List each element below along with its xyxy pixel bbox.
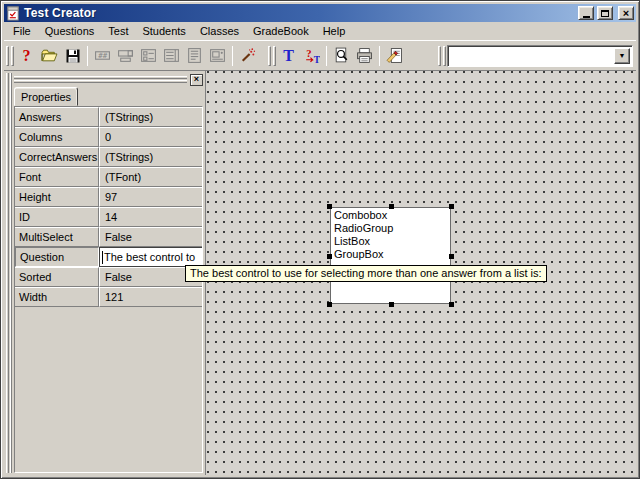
listbox-item[interactable]: RadioGroup [334, 222, 450, 235]
property-row-correctanswers: CorrectAnswers (TStrings) [15, 147, 202, 167]
print-icon [356, 47, 373, 64]
property-value[interactable]: (TStrings) [99, 147, 202, 167]
property-value[interactable]: (TFont) [99, 167, 202, 187]
property-name[interactable]: MultiSelect [15, 227, 99, 247]
combobox-value[interactable] [451, 49, 614, 63]
property-value[interactable]: 121 [99, 287, 202, 307]
property-name[interactable]: Font [15, 167, 99, 187]
properties-panel: × Properties Answers (TStrings) Columns … [13, 71, 205, 475]
property-name[interactable]: Sorted [15, 267, 99, 287]
tab-properties[interactable]: Properties [14, 87, 78, 106]
wizard-button[interactable] [236, 45, 259, 67]
minimize-button[interactable] [578, 6, 594, 20]
maximize-icon [601, 10, 609, 17]
add-question-button[interactable]: ? T [300, 45, 323, 67]
menubar: File Questions Test Students Classes Gra… [4, 22, 636, 40]
maximize-button[interactable] [597, 6, 613, 20]
grade-test-icon [386, 47, 403, 64]
property-name[interactable]: Columns [15, 127, 99, 147]
print-preview-button[interactable] [330, 45, 353, 67]
menu-item-gradebook[interactable]: GradeBook [246, 23, 316, 40]
close-button[interactable]: × [618, 6, 634, 20]
open-button[interactable] [38, 45, 61, 67]
listbox-field-icon [163, 47, 180, 64]
toolbar-separator [379, 46, 380, 66]
titlebar[interactable]: Test Creator × [4, 4, 636, 22]
property-name[interactable]: Height [15, 187, 99, 207]
resize-handle-bottom-left[interactable] [327, 302, 332, 307]
property-value[interactable]: 14 [99, 207, 202, 227]
property-value[interactable]: 0 [99, 127, 202, 147]
open-folder-icon [41, 47, 58, 64]
panel-drag-grip[interactable] [14, 76, 187, 83]
menu-item-file[interactable]: File [6, 23, 38, 40]
picture-field-icon [209, 47, 226, 64]
property-grid: Answers (TStrings) Columns 0 CorrectAnsw… [14, 106, 203, 473]
question-value-editor[interactable]: The best control to [99, 247, 202, 267]
svg-text:?: ? [306, 48, 311, 59]
chevron-down-icon: ▼ [619, 52, 626, 59]
svg-text:T: T [314, 54, 320, 64]
save-button[interactable] [61, 45, 84, 67]
property-value[interactable]: (TStrings) [99, 107, 202, 127]
property-name[interactable]: ID [15, 207, 99, 227]
font-button[interactable]: T [277, 45, 300, 67]
numeric-field-button-disabled: ## [91, 45, 114, 67]
listbox-item[interactable]: ListBox [334, 235, 450, 248]
checklist-icon [140, 47, 157, 64]
property-name[interactable]: CorrectAnswers [15, 147, 99, 167]
grade-test-button[interactable] [383, 45, 406, 67]
print-button[interactable] [353, 45, 376, 67]
close-icon: × [194, 74, 199, 84]
question-select-combobox[interactable]: ▼ [447, 45, 633, 67]
property-name[interactable]: Answers [15, 107, 99, 127]
listbox-item[interactable]: GroupBox [334, 248, 450, 261]
combobox-dropdown-button[interactable]: ▼ [614, 48, 630, 64]
toolbar-grip[interactable] [273, 46, 276, 66]
answers-listbox-control[interactable]: Combobox RadioGroup ListBox GroupBox [330, 207, 451, 304]
font-icon: T [283, 47, 294, 65]
listbox-field-button-disabled [160, 45, 183, 67]
property-value[interactable]: 97 [99, 187, 202, 207]
toolbar-separator [87, 46, 88, 66]
minimize-icon [583, 16, 590, 18]
menu-item-questions[interactable]: Questions [38, 23, 102, 40]
text-caret [102, 251, 103, 264]
property-name[interactable]: Width [15, 287, 99, 307]
property-row-height: Height 97 [15, 187, 202, 207]
property-name[interactable]: Question [15, 247, 99, 267]
add-question-icon: ? T [303, 47, 320, 64]
resize-handle-middle-left[interactable] [327, 254, 332, 259]
toolbar-grip[interactable] [438, 46, 441, 66]
checklist-button-disabled [137, 45, 160, 67]
window-title: Test Creator [24, 6, 575, 20]
selected-control-frame: Combobox RadioGroup ListBox GroupBox [330, 207, 451, 304]
listbox-item[interactable]: Combobox [334, 209, 450, 222]
property-value[interactable]: False [99, 227, 202, 247]
numeric-field-icon: ## [94, 47, 111, 64]
resize-handle-middle-right[interactable] [449, 254, 454, 259]
menu-item-students[interactable]: Students [135, 23, 192, 40]
app-window: Test Creator × File Questions Test Stude… [0, 0, 640, 479]
toolbar-grip[interactable] [11, 46, 14, 66]
panel-close-button[interactable]: × [190, 74, 203, 86]
question-tooltip: The best control to use for selecting mo… [185, 265, 547, 282]
help-button[interactable]: ? [15, 45, 38, 67]
resize-handle-top-center[interactable] [389, 204, 394, 209]
toolbar-band-test: T ? T [267, 43, 406, 69]
dock-vertical-grip[interactable] [4, 71, 13, 475]
resize-handle-top-left[interactable] [327, 204, 332, 209]
resize-handle-bottom-center[interactable] [389, 302, 394, 307]
resize-handle-bottom-right[interactable] [449, 302, 454, 307]
menu-item-help[interactable]: Help [316, 23, 353, 40]
memo-field-icon [186, 47, 203, 64]
menu-item-classes[interactable]: Classes [193, 23, 246, 40]
menu-item-test[interactable]: Test [101, 23, 135, 40]
toolbar-grip[interactable] [6, 46, 9, 66]
resize-handle-top-right[interactable] [449, 204, 454, 209]
toolbar-grip[interactable] [443, 46, 446, 66]
property-row-answers: Answers (TStrings) [15, 107, 202, 127]
toolbar-separator [232, 46, 233, 66]
toolbar-grip[interactable] [268, 46, 271, 66]
close-icon: × [623, 8, 629, 18]
